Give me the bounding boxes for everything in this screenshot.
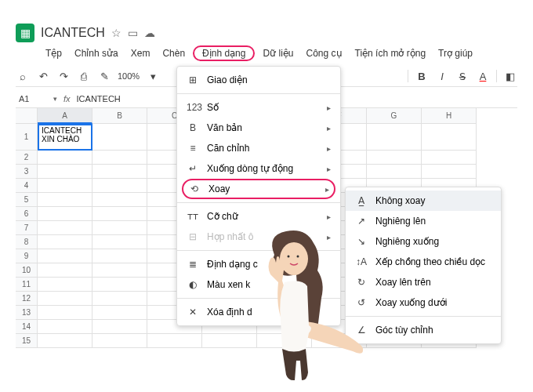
rotate-menu-item[interactable]: ↕AXếp chồng theo chiều dọc	[346, 252, 501, 272]
menu-item-xem[interactable]: Xem	[126, 45, 155, 61]
row-header[interactable]: 5	[16, 193, 38, 207]
row-header[interactable]: 10	[16, 263, 38, 278]
format-menu-item[interactable]: ⊞Giao diện	[177, 70, 340, 90]
cell[interactable]	[92, 249, 147, 263]
fill-color-icon[interactable]: ◧	[503, 69, 517, 83]
cell[interactable]	[38, 207, 92, 221]
cell[interactable]	[257, 334, 312, 348]
format-menu-item[interactable]: ≣Định dạng c	[177, 254, 340, 274]
cell[interactable]	[38, 193, 92, 207]
zoom-level[interactable]: 100%	[118, 71, 140, 81]
zoom-dropdown-icon[interactable]: ▾	[146, 69, 160, 83]
strikethrough-icon[interactable]: S̶	[455, 69, 470, 83]
menu-item-định-dạng[interactable]: Định dạng	[193, 45, 255, 61]
format-menu-item[interactable]: ⟲Xoay▸	[182, 179, 335, 199]
row-header[interactable]: 15	[16, 334, 38, 348]
cell[interactable]	[38, 165, 92, 179]
cell[interactable]	[422, 165, 477, 179]
row-header[interactable]: 9	[16, 249, 38, 263]
rotate-menu-item[interactable]: ↘Nghiêng xuống	[346, 231, 501, 252]
cell[interactable]	[92, 193, 147, 207]
cell[interactable]	[38, 151, 92, 165]
col-header-g[interactable]: G	[367, 108, 422, 124]
italic-icon[interactable]: I	[435, 69, 449, 83]
cell[interactable]	[367, 151, 422, 165]
star-icon[interactable]: ☆	[111, 27, 121, 39]
cell[interactable]	[92, 334, 147, 348]
rotate-menu-item[interactable]: ↻Xoay lên trên	[346, 272, 501, 292]
cell[interactable]	[92, 292, 147, 306]
cell[interactable]	[38, 235, 92, 249]
rotate-menu-item[interactable]: A̲Không xoay	[346, 191, 501, 211]
menu-item-công-cụ[interactable]: Công cụ	[301, 45, 346, 61]
cell[interactable]	[38, 334, 92, 348]
text-color-icon[interactable]: A	[476, 69, 490, 83]
row-header[interactable]: 3	[16, 165, 38, 179]
cell[interactable]	[92, 165, 147, 179]
row-header[interactable]: 14	[16, 320, 38, 334]
format-menu-item[interactable]: ✕Xóa định d	[177, 302, 340, 322]
cell[interactable]	[38, 292, 92, 306]
cell[interactable]	[92, 207, 147, 221]
cell[interactable]	[147, 334, 202, 348]
cell[interactable]	[202, 334, 257, 348]
cell[interactable]	[38, 263, 92, 278]
cell[interactable]	[92, 306, 147, 320]
menu-item-dữ-liệu[interactable]: Dữ liệu	[258, 45, 298, 61]
cell[interactable]	[92, 235, 147, 249]
menu-item-chèn[interactable]: Chèn	[158, 45, 190, 61]
document-title[interactable]: ICANTECH	[41, 26, 105, 40]
cell[interactable]	[92, 151, 147, 165]
cell[interactable]	[92, 124, 147, 151]
format-menu-item[interactable]: ↵Xuống dòng tự động▸	[177, 158, 340, 179]
select-all-corner[interactable]	[16, 108, 38, 124]
search-icon[interactable]: ⌕	[16, 69, 30, 83]
row-header[interactable]: 6	[16, 207, 38, 221]
col-header-h[interactable]: H	[422, 108, 477, 124]
row-header[interactable]: 11	[16, 278, 38, 292]
bold-icon[interactable]: B	[415, 69, 429, 83]
menu-item-tệp[interactable]: Tệp	[41, 45, 67, 61]
menu-item-trợ-giúp[interactable]: Trợ giúp	[433, 45, 477, 61]
col-header-a[interactable]: A	[38, 108, 92, 124]
format-menu-item[interactable]: ◐Màu xen k	[177, 274, 340, 295]
cell[interactable]	[38, 179, 92, 193]
cell[interactable]	[38, 221, 92, 235]
format-menu-item[interactable]: BVăn bản▸	[177, 118, 340, 138]
rotate-menu-item[interactable]: ∠Góc tùy chỉnh	[346, 320, 501, 340]
cell[interactable]	[92, 320, 147, 334]
cell[interactable]	[38, 306, 92, 320]
row-header[interactable]: 4	[16, 179, 38, 193]
row-header[interactable]: 2	[16, 151, 38, 165]
cell-ref-dropdown-icon[interactable]: ▾	[53, 95, 57, 103]
cell[interactable]	[38, 278, 92, 292]
redo-icon[interactable]: ↷	[56, 69, 71, 83]
row-header[interactable]: 7	[16, 221, 38, 235]
move-icon[interactable]: ▭	[128, 27, 138, 39]
row-header[interactable]: 13	[16, 306, 38, 320]
cell[interactable]	[38, 249, 92, 263]
row-header[interactable]: 8	[16, 235, 38, 249]
format-menu-item[interactable]: 123Số▸	[177, 97, 340, 118]
cell[interactable]	[38, 320, 92, 334]
row-header[interactable]: 12	[16, 292, 38, 306]
paint-format-icon[interactable]: ✎	[97, 69, 111, 83]
cell[interactable]	[92, 263, 147, 278]
cloud-icon[interactable]: ☁	[144, 27, 155, 39]
print-icon[interactable]: ⎙	[77, 69, 91, 83]
cell[interactable]	[367, 165, 422, 179]
row-header[interactable]: 1	[16, 124, 38, 151]
col-header-b[interactable]: B	[92, 108, 147, 124]
cell[interactable]	[92, 179, 147, 193]
cell[interactable]	[92, 278, 147, 292]
menu-item-chỉnh-sửa[interactable]: Chỉnh sửa	[70, 45, 123, 61]
rotate-menu-item[interactable]: ↺Xoay xuống dưới	[346, 292, 501, 313]
cell-reference[interactable]: A1	[16, 93, 47, 105]
cell[interactable]	[367, 124, 422, 151]
cell[interactable]: ICANTECHXIN CHÀO	[38, 124, 92, 151]
format-menu-item[interactable]: ≡Căn chỉnh▸	[177, 138, 340, 158]
cell[interactable]	[422, 151, 477, 165]
cell[interactable]	[422, 124, 477, 151]
undo-icon[interactable]: ↶	[36, 69, 50, 83]
menu-item-tiện-ích-mở-rộng[interactable]: Tiện ích mở rộng	[350, 45, 431, 61]
